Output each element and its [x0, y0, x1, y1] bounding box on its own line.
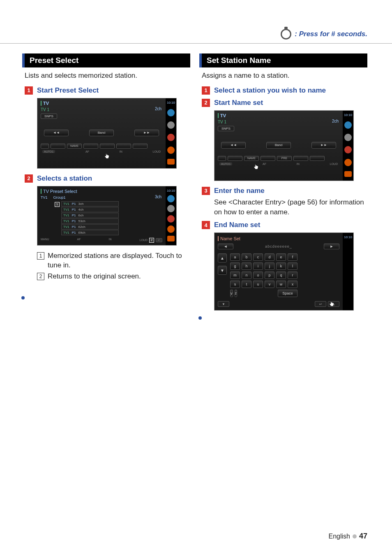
- char-key[interactable]: f: [288, 253, 297, 261]
- char-key[interactable]: y: [230, 290, 233, 297]
- prev-button[interactable]: ◄◄: [44, 130, 69, 136]
- nameset-body: Name Set ◄ abcdeeeeee_ ► ▲ ▼ a: [214, 233, 343, 310]
- side-icon[interactable]: [167, 134, 175, 141]
- side-icon[interactable]: [344, 171, 352, 177]
- cursor-left-button[interactable]: ◄: [218, 244, 233, 249]
- side-icon[interactable]: [167, 121, 175, 129]
- footer-af: AF: [263, 162, 266, 165]
- mini-btn[interactable]: [228, 156, 242, 161]
- space-key[interactable]: Space: [278, 290, 297, 297]
- side-icon[interactable]: [344, 146, 352, 153]
- preset-row[interactable]: TV1P14ch: [61, 207, 119, 212]
- footer-in: IN: [120, 150, 122, 153]
- nameset-keys: ▲ ▼ a b c d e f: [218, 253, 339, 297]
- char-key[interactable]: g: [230, 262, 240, 270]
- side-icon[interactable]: [167, 146, 175, 154]
- preset-row[interactable]: TV1P16ch: [61, 213, 119, 218]
- screen-title: TV: [218, 113, 339, 118]
- snps-pill[interactable]: SNPS: [41, 114, 57, 119]
- key-row: y z Space: [230, 290, 297, 297]
- char-key[interactable]: r: [288, 272, 297, 279]
- char-key[interactable]: k: [276, 262, 286, 270]
- preset-row[interactable]: TV1P162ch: [61, 224, 119, 230]
- callout-1: 1: [55, 202, 60, 207]
- next-button[interactable]: ►►: [134, 130, 159, 136]
- side-icon[interactable]: [344, 134, 352, 141]
- side-icon[interactable]: [167, 225, 175, 233]
- page-footer: English 47: [328, 532, 367, 541]
- footer-in: IN: [297, 162, 300, 165]
- next-button[interactable]: ►►: [311, 142, 336, 149]
- char-key[interactable]: p: [265, 272, 274, 279]
- mini-btn[interactable]: [41, 144, 49, 149]
- mini-btn[interactable]: [116, 144, 131, 149]
- mini-btn[interactable]: [293, 156, 308, 161]
- side-icon[interactable]: [344, 159, 352, 166]
- mini-btn[interactable]: [218, 156, 226, 161]
- name-mini-button[interactable]: NAME: [67, 144, 82, 149]
- prev-button[interactable]: ◄◄: [221, 142, 246, 149]
- columns: Preset Select Lists and selects memorize…: [25, 53, 367, 320]
- cursor-right-button[interactable]: ►: [324, 244, 339, 249]
- note-num: 2: [37, 273, 44, 280]
- char-key[interactable]: m: [230, 272, 240, 279]
- list-title: TV Preset Select: [41, 189, 162, 194]
- left-step1: 1 Start Preset Select: [25, 86, 190, 95]
- side-icon[interactable]: [167, 159, 175, 165]
- side-icon[interactable]: [167, 205, 175, 212]
- char-key[interactable]: l: [288, 262, 297, 270]
- mini-btn[interactable]: [100, 144, 115, 149]
- page-down-button[interactable]: ▼: [218, 266, 227, 275]
- char-key[interactable]: h: [242, 262, 251, 270]
- char-key[interactable]: b: [242, 253, 251, 261]
- side-icon[interactable]: [344, 121, 352, 129]
- screen-bottom-row: NAME PRE: [218, 156, 339, 161]
- nameset-screenshot: Name Set ◄ abcdeeeeee_ ► ▲ ▼ a: [214, 232, 354, 311]
- return-button[interactable]: ↩: [315, 301, 326, 307]
- preset-select-title: Preset Select: [25, 53, 190, 67]
- char-key[interactable]: c: [253, 253, 263, 261]
- side-icon[interactable]: [167, 109, 175, 116]
- right-step3: 3 Enter the name: [202, 187, 367, 195]
- mini-btn[interactable]: [261, 156, 275, 161]
- snps-pill[interactable]: SNPS: [218, 126, 234, 131]
- side-icon[interactable]: [167, 236, 175, 241]
- bullet-marker-icon: [198, 316, 202, 320]
- pre-mini-button[interactable]: PRE: [277, 156, 292, 161]
- preset-row[interactable]: TV1P153ch: [61, 218, 119, 224]
- char-key[interactable]: e: [276, 253, 286, 261]
- step-label: Start Preset Select: [37, 86, 99, 95]
- char-key[interactable]: u: [253, 281, 263, 288]
- char-key[interactable]: s: [230, 281, 240, 288]
- char-key[interactable]: n: [242, 272, 251, 279]
- char-key[interactable]: z: [235, 290, 238, 297]
- set-station-name-desc: Assigns a name to a station.: [202, 71, 367, 81]
- band-button[interactable]: Band: [266, 142, 291, 149]
- callout-2: 2: [149, 238, 154, 243]
- char-key[interactable]: q: [276, 272, 286, 279]
- side-icon[interactable]: [167, 215, 175, 223]
- page-up-button[interactable]: ▲: [218, 253, 227, 262]
- band-button[interactable]: Band: [89, 130, 114, 136]
- mini-btn[interactable]: [51, 144, 65, 149]
- preset-row[interactable]: TV1P13ch: [61, 201, 119, 207]
- char-key[interactable]: x: [288, 281, 297, 288]
- list-sub1: TV1: [41, 195, 48, 200]
- mini-btn[interactable]: [133, 144, 148, 149]
- char-key[interactable]: d: [265, 253, 274, 261]
- char-key[interactable]: w: [276, 281, 286, 288]
- char-key[interactable]: i: [253, 262, 263, 270]
- bottom-left-button[interactable]: ▼: [218, 301, 229, 307]
- char-key[interactable]: j: [265, 262, 274, 270]
- mini-btn[interactable]: [310, 156, 325, 161]
- mini-btn[interactable]: [83, 144, 98, 149]
- char-key[interactable]: o: [253, 272, 263, 279]
- step-label: Selects a station: [37, 174, 92, 183]
- char-key[interactable]: t: [242, 281, 251, 288]
- preset-row[interactable]: TV1P169ch: [61, 230, 119, 235]
- name-mini-button[interactable]: NAME: [244, 156, 259, 161]
- side-icon[interactable]: [167, 195, 175, 202]
- return-button[interactable]: ↩: [156, 238, 162, 242]
- char-key[interactable]: v: [265, 281, 274, 288]
- char-key[interactable]: a: [230, 253, 240, 261]
